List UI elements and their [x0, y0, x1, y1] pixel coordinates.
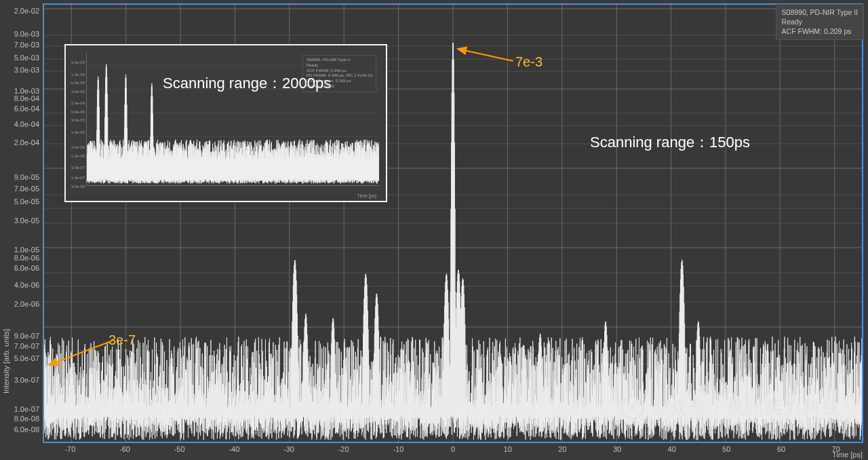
- inset-y-tick: 3.0e-04: [71, 90, 85, 94]
- y-tick: 3.0e-03: [14, 66, 39, 74]
- inset-y-tick: 1.0e-06: [71, 154, 85, 158]
- x-tick: -30: [283, 445, 294, 453]
- x-tick: -10: [393, 445, 403, 453]
- status-state: Ready: [782, 17, 858, 26]
- inset-y-tick: 3.0e-05: [71, 118, 85, 122]
- x-tick: 10: [504, 445, 512, 453]
- inset-y-tick: 3.0e-08: [71, 185, 85, 189]
- y-tick: 4.0e-04: [14, 120, 39, 128]
- status-box: S08990, PD-NIR Type II Ready ACF FWHM: 0…: [776, 4, 864, 40]
- y-tick: 4.0e-06: [14, 281, 39, 289]
- x-axis-label: Time [ps]: [832, 451, 863, 459]
- inset-y-tick: 3.0e-06: [71, 145, 85, 149]
- y-tick: 9.0e-05: [14, 173, 39, 181]
- y-tick: 2.0e-06: [14, 300, 39, 308]
- inset-y-tick: 3.0e-03: [71, 60, 85, 64]
- y-tick: 8.0e-08: [14, 415, 39, 423]
- x-tick: -20: [338, 445, 349, 453]
- y-tick: 6.0e-06: [14, 264, 39, 272]
- y-tick: 9.0e-07: [14, 332, 39, 340]
- x-tick: 0: [451, 445, 455, 453]
- annotation-inset-range: Scanning range：2000ps: [163, 73, 331, 94]
- inset-y-tick: 1.0e-04: [71, 101, 85, 105]
- y-tick: 1.0e-07: [14, 405, 39, 413]
- y-tick: 8.0e-04: [14, 94, 39, 102]
- annotation-floor: 3e-7: [108, 332, 136, 348]
- inset-y-tick: 1.0e-07: [71, 176, 85, 180]
- watermark-text: 公众号：杭州奕力科技: [651, 396, 841, 419]
- y-tick: 5.0e-03: [14, 54, 39, 62]
- inset-y-tick: 3.0e-07: [71, 166, 85, 170]
- y-tick: 7.0e-07: [14, 342, 39, 350]
- y-tick: 3.0e-07: [14, 376, 39, 384]
- inset-y-tick: 1.0e-05: [71, 130, 85, 134]
- y-tick: 2.0e-04: [14, 138, 39, 147]
- x-tick: 50: [722, 445, 730, 453]
- x-tick: -70: [64, 445, 75, 453]
- x-tick: 30: [613, 445, 621, 453]
- x-tick: -60: [119, 445, 130, 453]
- x-tick: 20: [558, 445, 566, 453]
- y-tick: 9.0e-03: [14, 30, 39, 38]
- inset-status-line: Ready: [307, 63, 372, 69]
- inset-plot: 3.0e-031.0e-036.0e-043.0e-041.0e-046.0e-…: [64, 44, 387, 202]
- x-tick: -50: [174, 445, 185, 453]
- y-tick: 5.0e-07: [14, 354, 39, 362]
- inset-x-label: Time [ps]: [357, 193, 376, 198]
- inset-y-tick: 6.0e-04: [71, 81, 85, 85]
- watermark: ✶ 公众号：杭州奕力科技: [621, 396, 841, 419]
- y-tick: 7.0e-05: [14, 185, 39, 193]
- y-tick: 2.0e-02: [14, 7, 39, 15]
- annotation-peak: 7e-3: [515, 54, 542, 70]
- wechat-icon: ✶: [621, 396, 644, 419]
- inset-y-tick: 1.0e-03: [71, 73, 85, 77]
- y-axis-label: Intensity [arb. units]: [2, 329, 10, 394]
- x-tick: -40: [229, 445, 239, 453]
- y-tick: 8.0e-06: [14, 254, 39, 262]
- y-tick: 5.0e-05: [14, 197, 39, 206]
- y-tick: 7.0e-03: [14, 41, 39, 49]
- annotation-main-range: Scanning range：150ps: [590, 132, 750, 153]
- status-device: S08990, PD-NIR Type II: [782, 7, 858, 17]
- x-tick: 60: [777, 445, 785, 453]
- chart-root: 2.0e-029.0e-037.0e-035.0e-033.0e-031.0e-…: [0, 0, 868, 460]
- y-tick: 3.0e-05: [14, 216, 39, 225]
- y-tick: 6.0e-08: [14, 425, 39, 434]
- y-tick: 6.0e-04: [14, 104, 39, 113]
- inset-y-tick: 6.0e-05: [71, 110, 85, 114]
- x-tick: 40: [668, 445, 676, 453]
- y-tick: 1.0e-05: [14, 246, 39, 254]
- inset-status-line: S08990, PD-NIR Type II: [307, 58, 372, 63]
- status-acf: ACF FWHM: 0.209 ps: [782, 26, 858, 36]
